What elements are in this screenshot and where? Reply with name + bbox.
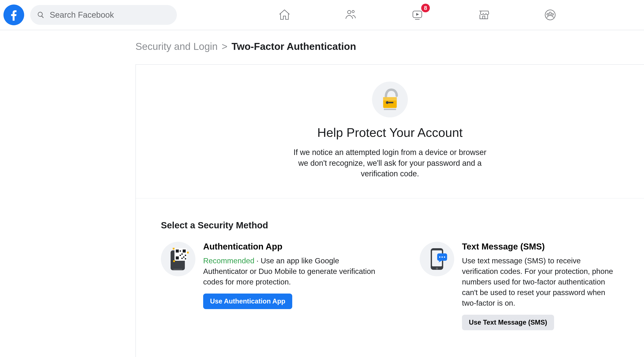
svg-rect-19: [180, 250, 181, 252]
nav-tabs: 8: [177, 6, 640, 24]
nav-groups[interactable]: [541, 6, 560, 24]
search-bar[interactable]: [30, 5, 177, 25]
svg-rect-25: [185, 258, 186, 259]
methods-row: Authentication App Recommended · Use an …: [161, 242, 619, 330]
nav-friends[interactable]: [342, 6, 360, 24]
breadcrumb-separator: >: [220, 41, 229, 52]
svg-rect-12: [384, 109, 396, 110]
use-authapp-button[interactable]: Use Authentication App: [203, 293, 292, 309]
svg-point-6: [547, 14, 549, 15]
friends-icon: [344, 8, 358, 22]
svg-rect-21: [180, 255, 181, 256]
svg-rect-27: [187, 252, 189, 253]
svg-rect-16: [176, 249, 179, 252]
svg-rect-28: [173, 260, 175, 262]
page-content: Security and Login > Two-Factor Authenti…: [0, 30, 644, 357]
svg-rect-20: [182, 253, 183, 255]
sms-title: Text Message (SMS): [462, 242, 614, 251]
svg-rect-18: [176, 256, 179, 259]
nav-marketplace[interactable]: [474, 6, 493, 24]
svg-point-10: [386, 101, 389, 104]
svg-point-33: [439, 256, 440, 258]
svg-point-31: [436, 267, 438, 270]
groups-icon: [544, 8, 557, 22]
authapp-title: Authentication App: [203, 242, 376, 251]
breadcrumb-current: Two-Factor Authentication: [232, 41, 356, 52]
svg-rect-23: [185, 255, 186, 256]
facebook-f-icon: [7, 8, 21, 22]
svg-rect-24: [182, 258, 183, 259]
sms-phone-icon: [420, 242, 454, 276]
sms-description: Use text message (SMS) to receive verifi…: [462, 255, 614, 308]
nav-home[interactable]: [275, 6, 294, 24]
nav-watch[interactable]: 8: [408, 6, 427, 24]
svg-rect-9: [383, 97, 397, 101]
authapp-qr-icon: [161, 242, 196, 276]
methods-heading: Select a Security Method: [161, 220, 619, 230]
svg-rect-17: [183, 249, 186, 252]
svg-point-1: [352, 10, 354, 13]
home-icon: [278, 8, 291, 22]
methods-section: Select a Security Method: [136, 199, 644, 357]
svg-point-0: [348, 10, 351, 14]
recommended-label: Recommended: [203, 256, 254, 265]
hero-section: Help Protect Your Account If we notice a…: [136, 65, 644, 199]
svg-point-4: [545, 10, 555, 20]
method-sms: Text Message (SMS) Use text message (SMS…: [420, 242, 614, 330]
use-sms-button[interactable]: Use Text Message (SMS): [462, 315, 554, 330]
method-authapp: Authentication App Recommended · Use an …: [161, 242, 376, 330]
lock-key-icon: [372, 82, 408, 117]
breadcrumb: Security and Login > Two-Factor Authenti…: [136, 30, 644, 64]
marketplace-icon: [477, 8, 490, 22]
hero-title: Help Protect Your Account: [317, 125, 462, 140]
watch-badge: 8: [421, 4, 430, 12]
top-navbar: 8: [0, 0, 644, 30]
authapp-description: Recommended · Use an app like Google Aut…: [203, 255, 376, 287]
search-icon: [37, 11, 44, 19]
svg-point-7: [552, 14, 554, 15]
hero-subtitle: If we notice an attempted login from a d…: [291, 147, 489, 179]
svg-rect-22: [183, 256, 184, 258]
svg-point-35: [444, 256, 445, 258]
svg-point-34: [442, 256, 443, 258]
search-input[interactable]: [50, 10, 170, 20]
breadcrumb-parent[interactable]: Security and Login: [136, 41, 218, 52]
svg-rect-11: [389, 102, 394, 103]
facebook-logo[interactable]: [4, 5, 24, 25]
settings-card: Help Protect Your Account If we notice a…: [136, 64, 644, 357]
svg-rect-26: [173, 248, 174, 249]
svg-rect-14: [173, 269, 182, 270]
svg-point-5: [549, 12, 551, 14]
